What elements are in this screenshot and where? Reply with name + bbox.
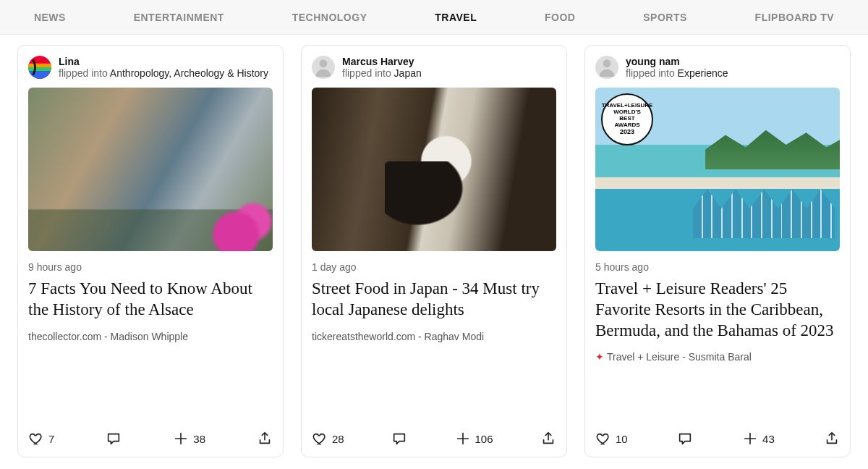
flip-count: 38	[193, 433, 205, 445]
action-bar: 1043	[595, 422, 840, 447]
article-title[interactable]: 7 Facts You Need to Know About the Histo…	[28, 279, 273, 321]
flip-button[interactable]: 43	[742, 431, 775, 447]
curator-name[interactable]: Marcus Harvey	[342, 56, 422, 67]
plus-icon	[173, 431, 189, 447]
action-bar: 738	[28, 422, 273, 447]
share-icon	[824, 431, 840, 447]
flipped-into[interactable]: flipped into Experience	[626, 67, 728, 79]
share-button[interactable]	[824, 431, 840, 447]
nav-item-flipboard-tv[interactable]: FLIPBOARD TV	[755, 12, 834, 23]
curator-name[interactable]: Lina	[59, 56, 268, 67]
award-badge: TRAVEL+LEISUREWORLD'SBESTAWARDS2023	[601, 93, 653, 145]
timestamp: 1 day ago	[312, 261, 556, 273]
article-thumbnail[interactable]	[312, 88, 556, 251]
timestamp: 9 hours ago	[28, 261, 273, 273]
article-thumbnail[interactable]	[28, 88, 273, 251]
heart-icon	[28, 431, 44, 447]
like-count: 7	[48, 433, 54, 445]
plus-icon	[455, 431, 471, 447]
nav-item-technology[interactable]: TECHNOLOGY	[292, 12, 367, 23]
curator-avatar[interactable]	[595, 56, 618, 79]
share-icon	[540, 431, 556, 447]
comment-icon	[106, 431, 122, 447]
bolt-icon: ✦	[595, 351, 604, 363]
heart-icon	[595, 431, 611, 447]
nav-item-news[interactable]: NEWS	[34, 12, 66, 23]
article-card[interactable]: Linaflipped into Anthropology, Archeolog…	[17, 45, 284, 457]
comment-icon	[677, 431, 693, 447]
article-source[interactable]: thecollector.com - Madison Whipple	[28, 331, 273, 342]
card-grid: Linaflipped into Anthropology, Archeolog…	[0, 35, 868, 457]
flipped-into[interactable]: flipped into Anthropology, Archeology & …	[59, 67, 268, 79]
flip-count: 106	[475, 433, 493, 445]
card-header: Linaflipped into Anthropology, Archeolog…	[28, 56, 273, 79]
share-icon	[257, 431, 273, 447]
like-button[interactable]: 10	[595, 431, 628, 447]
nav-item-sports[interactable]: SPORTS	[643, 12, 687, 23]
curator-avatar[interactable]	[312, 56, 335, 79]
article-card[interactable]: Marcus Harveyflipped into Japan1 day ago…	[301, 45, 567, 457]
share-button[interactable]	[257, 431, 273, 447]
like-button[interactable]: 28	[312, 431, 344, 447]
article-title[interactable]: Street Food in Japan - 34 Must try local…	[312, 279, 556, 321]
nav-item-food[interactable]: FOOD	[545, 12, 575, 23]
heart-icon	[312, 431, 328, 447]
article-card[interactable]: young namflipped into ExperienceTRAVEL+L…	[584, 45, 851, 457]
comment-button[interactable]	[391, 431, 407, 447]
nav-item-entertainment[interactable]: ENTERTAINMENT	[134, 12, 224, 23]
flip-count: 43	[762, 433, 775, 445]
card-header: Marcus Harveyflipped into Japan	[312, 56, 556, 79]
flip-button[interactable]: 38	[173, 431, 205, 447]
card-header: young namflipped into Experience	[595, 56, 840, 79]
flipped-into[interactable]: flipped into Japan	[342, 67, 422, 79]
curator-name[interactable]: young nam	[626, 56, 728, 67]
like-count: 28	[332, 433, 344, 445]
article-title[interactable]: Travel + Leisure Readers' 25 Favorite Re…	[595, 279, 840, 341]
plus-icon	[742, 431, 758, 447]
top-nav: NEWSENTERTAINMENTTECHNOLOGYTRAVELFOODSPO…	[0, 0, 868, 35]
comment-button[interactable]	[677, 431, 693, 447]
comment-icon	[391, 431, 407, 447]
article-source[interactable]: ✦Travel + Leisure - Susmita Baral	[595, 351, 840, 363]
action-bar: 28106	[312, 422, 556, 447]
like-count: 10	[616, 433, 628, 445]
article-source[interactable]: tickereatstheworld.com - Raghav Modi	[312, 331, 556, 342]
timestamp: 5 hours ago	[595, 261, 840, 273]
article-thumbnail[interactable]: TRAVEL+LEISUREWORLD'SBESTAWARDS2023	[595, 88, 840, 251]
curator-avatar[interactable]	[28, 56, 51, 79]
comment-button[interactable]	[106, 431, 122, 447]
nav-item-travel[interactable]: TRAVEL	[435, 12, 477, 23]
like-button[interactable]: 7	[28, 431, 54, 447]
share-button[interactable]	[540, 431, 556, 447]
flip-button[interactable]: 106	[455, 431, 493, 447]
